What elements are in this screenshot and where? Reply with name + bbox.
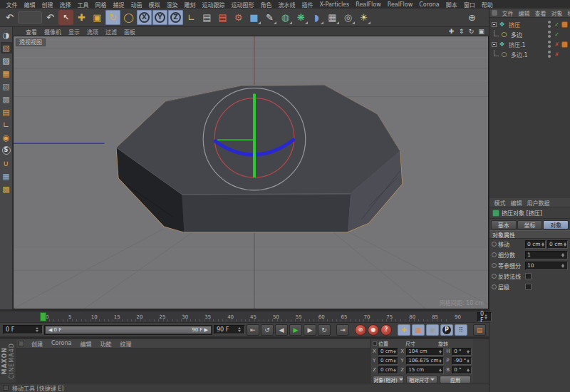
edge-mode-icon[interactable]: ▧ (1, 81, 12, 92)
spline-pen-icon[interactable]: ✎ (262, 10, 277, 25)
enable-toggle[interactable]: ✗ (554, 41, 560, 48)
range-end-field[interactable]: 90 F (214, 325, 245, 334)
magnet-icon[interactable]: ∪ (1, 158, 12, 169)
size-x-field[interactable]: 104 cm (406, 348, 444, 356)
zoom-view-icon[interactable]: ⇕ (457, 28, 465, 35)
menu-item[interactable]: 模拟 (145, 1, 163, 9)
render-settings-icon[interactable]: ⚙ (231, 10, 246, 25)
menu-item[interactable]: 运动跟踪 (199, 1, 228, 9)
undo-icon[interactable]: ↶ (43, 10, 58, 25)
object-row-extrude-1[interactable]: ❖ 挤压.1 ✗ (489, 39, 570, 49)
menu-item[interactable]: X-Particles (316, 1, 353, 8)
object-row-nside-1[interactable]: ○ 多边.1 ✗ (489, 49, 570, 59)
material-menu-item[interactable]: 功能 (95, 340, 115, 348)
menu-item[interactable]: 编辑 (21, 1, 38, 9)
material-menu-item[interactable]: 编辑 (76, 340, 95, 348)
pos-z-field[interactable]: 0 cm (378, 366, 398, 374)
size-y-field[interactable]: 106.675 cm (406, 357, 444, 365)
visibility-dots[interactable] (548, 41, 551, 48)
visibility-dots[interactable] (548, 21, 551, 28)
object-name[interactable]: 多边.1 (509, 51, 529, 58)
toggle-view-icon[interactable]: ▣ (477, 28, 485, 35)
enable-toggle[interactable]: ✓ (554, 31, 560, 38)
object-manager-menu-item[interactable]: 标签 (565, 9, 570, 17)
record-parameter-toggle[interactable]: P (440, 324, 453, 336)
undo-icon[interactable]: ↶ (2, 10, 17, 25)
goto-prev-key-button[interactable]: ↺ (261, 324, 274, 336)
last-tool-icon[interactable]: ◯ (121, 10, 136, 25)
range-slider-bar[interactable]: ◀ 0 F 90 F ▶ (46, 326, 211, 334)
axis-mode-icon[interactable]: ∟ (1, 119, 12, 130)
range-start-spinner[interactable] (35, 326, 40, 334)
pos-x-field[interactable]: 0 cm (378, 348, 398, 356)
z-axis-button[interactable]: Z (168, 10, 183, 25)
keyframe-selection-button[interactable]: ? (380, 324, 392, 336)
goto-end-button[interactable]: ⇥ (336, 324, 349, 336)
polygon-mode-icon[interactable]: ▩ (1, 93, 12, 105)
menu-item[interactable]: 帮助 (478, 1, 496, 9)
menu-item[interactable]: 创建 (38, 1, 56, 9)
light-icon[interactable]: ☀ (356, 10, 371, 25)
snap-icon[interactable]: S (1, 145, 12, 156)
menu-item[interactable]: 网格 (92, 1, 110, 9)
material-menu-item[interactable]: 创建 (27, 340, 47, 348)
live-selection-icon[interactable]: ↖ (58, 10, 73, 25)
rotate-icon[interactable]: ↻ (105, 10, 120, 25)
viewport-canvas[interactable]: 透视视图 网格间距: 10 cm (13, 36, 489, 309)
attribute-menu-item[interactable]: 模式 (492, 199, 508, 207)
viewport-menu-item[interactable]: 选项 (83, 28, 102, 36)
keyframe-dot-icon[interactable] (492, 252, 497, 257)
viewport-menu-item[interactable]: 查看 (22, 28, 41, 36)
material-menu-item[interactable]: 纹理 (115, 340, 135, 348)
menu-item[interactable]: 动画 (128, 1, 145, 9)
subdivision-field[interactable]: 1 (525, 251, 568, 259)
menu-item[interactable]: 插件 (299, 1, 316, 9)
record-rotation-toggle[interactable]: ◉ (426, 324, 439, 336)
rot-p-field[interactable]: -90 ° (452, 357, 472, 365)
playhead[interactable] (40, 312, 46, 321)
object-name[interactable]: 多边 (509, 31, 524, 38)
current-frame-field[interactable]: 0 F (477, 312, 492, 321)
lock-workplane-icon[interactable]: ▩ (1, 183, 12, 195)
object-manager-menu-item[interactable]: 编辑 (516, 9, 532, 17)
viewport-solo-icon[interactable]: ◉ (1, 132, 12, 143)
pos-y-field[interactable]: 0 cm (378, 357, 398, 365)
pan-view-icon[interactable]: ✚ (447, 28, 455, 35)
object-manager-menu-item[interactable]: 查看 (532, 9, 549, 17)
phong-tag-icon[interactable] (561, 21, 568, 28)
visibility-dots[interactable] (548, 51, 551, 58)
prev-frame-button[interactable]: ◀ (275, 324, 288, 336)
menu-item[interactable]: 文件 (3, 1, 21, 9)
enable-toggle[interactable]: ✗ (554, 51, 560, 58)
coord-system-icon[interactable]: ∟ (184, 10, 199, 25)
attribute-menu-item[interactable]: 用户数据 (524, 199, 552, 207)
menu-item[interactable]: 运动图形 (228, 1, 257, 9)
movement-x-field[interactable]: 0 cm (525, 240, 546, 249)
menu-item[interactable]: 雕刻 (181, 1, 199, 9)
size-z-field[interactable]: 15 cm (406, 366, 444, 374)
movement-y-field[interactable]: 0 cm (547, 240, 568, 249)
object-name[interactable]: 挤压 (507, 21, 522, 29)
menu-item[interactable]: 渲染 (163, 1, 181, 9)
motion-system-icon[interactable]: ▤ (473, 324, 486, 336)
menu-item[interactable]: 角色 (257, 1, 275, 9)
camera-icon[interactable]: ◎ (341, 10, 356, 25)
keyframe-dot-icon[interactable] (492, 274, 497, 279)
rot-b-field[interactable]: 0 ° (452, 366, 472, 374)
tab-object[interactable]: 对象 (543, 220, 569, 229)
floor-icon[interactable]: ▦ (325, 10, 340, 25)
viewport-menu-item[interactable]: 面板 (120, 28, 139, 36)
model-mode-icon[interactable]: ▧ (1, 42, 12, 53)
object-name[interactable]: 挤压.1 (507, 41, 527, 48)
menu-item[interactable]: RealFlow (353, 1, 385, 8)
record-pla-toggle[interactable]: ⠿ (455, 324, 467, 336)
render-picture-viewer-icon[interactable]: ▤ (215, 10, 230, 25)
object-manager-menu-item[interactable]: 对象 (549, 9, 565, 17)
layout-preset-box[interactable] (18, 11, 42, 24)
phong-tag-icon[interactable] (561, 41, 568, 48)
tweak-mode-icon[interactable]: ▤ (1, 106, 12, 118)
x-axis-button[interactable]: X (137, 10, 152, 25)
iso-subdivision-field[interactable]: 10 (525, 262, 568, 270)
move-icon[interactable]: ✚ (74, 10, 89, 25)
object-manager-menu-item[interactable]: 文件 (499, 9, 516, 17)
